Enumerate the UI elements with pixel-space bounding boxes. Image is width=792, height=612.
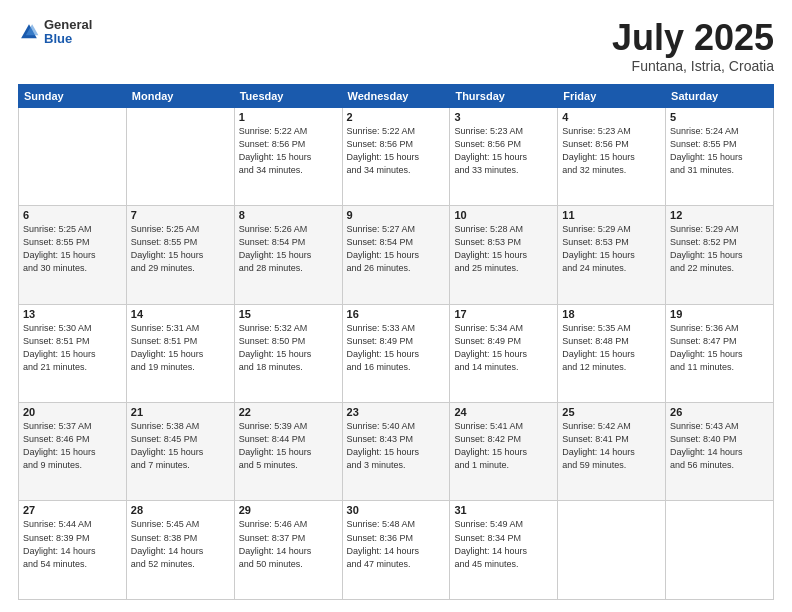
col-monday: Monday <box>126 84 234 107</box>
day-info: Sunrise: 5:29 AMSunset: 8:53 PMDaylight:… <box>562 223 661 275</box>
day-number: 1 <box>239 111 338 123</box>
day-info: Sunrise: 5:35 AMSunset: 8:48 PMDaylight:… <box>562 322 661 374</box>
calendar-cell: 28Sunrise: 5:45 AMSunset: 8:38 PMDayligh… <box>126 501 234 600</box>
day-number: 3 <box>454 111 553 123</box>
calendar-cell: 4Sunrise: 5:23 AMSunset: 8:56 PMDaylight… <box>558 107 666 205</box>
calendar-week-row: 6Sunrise: 5:25 AMSunset: 8:55 PMDaylight… <box>19 206 774 304</box>
calendar-week-row: 13Sunrise: 5:30 AMSunset: 8:51 PMDayligh… <box>19 304 774 402</box>
day-info: Sunrise: 5:36 AMSunset: 8:47 PMDaylight:… <box>670 322 769 374</box>
day-number: 6 <box>23 209 122 221</box>
calendar-table: Sunday Monday Tuesday Wednesday Thursday… <box>18 84 774 600</box>
day-number: 28 <box>131 504 230 516</box>
calendar-week-row: 27Sunrise: 5:44 AMSunset: 8:39 PMDayligh… <box>19 501 774 600</box>
day-number: 19 <box>670 308 769 320</box>
day-info: Sunrise: 5:40 AMSunset: 8:43 PMDaylight:… <box>347 420 446 472</box>
day-info: Sunrise: 5:42 AMSunset: 8:41 PMDaylight:… <box>562 420 661 472</box>
day-info: Sunrise: 5:44 AMSunset: 8:39 PMDaylight:… <box>23 518 122 570</box>
day-info: Sunrise: 5:43 AMSunset: 8:40 PMDaylight:… <box>670 420 769 472</box>
day-number: 15 <box>239 308 338 320</box>
day-info: Sunrise: 5:26 AMSunset: 8:54 PMDaylight:… <box>239 223 338 275</box>
day-info: Sunrise: 5:28 AMSunset: 8:53 PMDaylight:… <box>454 223 553 275</box>
day-number: 21 <box>131 406 230 418</box>
logo-icon <box>18 21 40 43</box>
day-number: 25 <box>562 406 661 418</box>
day-number: 14 <box>131 308 230 320</box>
col-thursday: Thursday <box>450 84 558 107</box>
day-number: 16 <box>347 308 446 320</box>
day-info: Sunrise: 5:49 AMSunset: 8:34 PMDaylight:… <box>454 518 553 570</box>
day-number: 20 <box>23 406 122 418</box>
calendar-cell: 22Sunrise: 5:39 AMSunset: 8:44 PMDayligh… <box>234 403 342 501</box>
col-sunday: Sunday <box>19 84 127 107</box>
day-number: 18 <box>562 308 661 320</box>
day-number: 2 <box>347 111 446 123</box>
calendar-cell: 19Sunrise: 5:36 AMSunset: 8:47 PMDayligh… <box>666 304 774 402</box>
logo-blue-text: Blue <box>44 32 92 46</box>
day-number: 7 <box>131 209 230 221</box>
day-info: Sunrise: 5:23 AMSunset: 8:56 PMDaylight:… <box>454 125 553 177</box>
calendar-header-row: Sunday Monday Tuesday Wednesday Thursday… <box>19 84 774 107</box>
calendar-cell: 21Sunrise: 5:38 AMSunset: 8:45 PMDayligh… <box>126 403 234 501</box>
calendar-cell: 13Sunrise: 5:30 AMSunset: 8:51 PMDayligh… <box>19 304 127 402</box>
calendar-cell: 31Sunrise: 5:49 AMSunset: 8:34 PMDayligh… <box>450 501 558 600</box>
calendar-cell: 1Sunrise: 5:22 AMSunset: 8:56 PMDaylight… <box>234 107 342 205</box>
title-month: July 2025 <box>612 18 774 58</box>
calendar-cell: 25Sunrise: 5:42 AMSunset: 8:41 PMDayligh… <box>558 403 666 501</box>
day-info: Sunrise: 5:23 AMSunset: 8:56 PMDaylight:… <box>562 125 661 177</box>
header: General Blue July 2025 Funtana, Istria, … <box>18 18 774 74</box>
day-info: Sunrise: 5:33 AMSunset: 8:49 PMDaylight:… <box>347 322 446 374</box>
day-number: 22 <box>239 406 338 418</box>
day-number: 8 <box>239 209 338 221</box>
day-info: Sunrise: 5:27 AMSunset: 8:54 PMDaylight:… <box>347 223 446 275</box>
day-number: 13 <box>23 308 122 320</box>
title-block: July 2025 Funtana, Istria, Croatia <box>612 18 774 74</box>
page: General Blue July 2025 Funtana, Istria, … <box>0 0 792 612</box>
day-info: Sunrise: 5:37 AMSunset: 8:46 PMDaylight:… <box>23 420 122 472</box>
day-info: Sunrise: 5:30 AMSunset: 8:51 PMDaylight:… <box>23 322 122 374</box>
logo: General Blue <box>18 18 92 47</box>
calendar-cell <box>19 107 127 205</box>
calendar-cell: 6Sunrise: 5:25 AMSunset: 8:55 PMDaylight… <box>19 206 127 304</box>
day-info: Sunrise: 5:22 AMSunset: 8:56 PMDaylight:… <box>347 125 446 177</box>
day-number: 4 <box>562 111 661 123</box>
calendar-cell: 16Sunrise: 5:33 AMSunset: 8:49 PMDayligh… <box>342 304 450 402</box>
day-number: 27 <box>23 504 122 516</box>
calendar-cell: 20Sunrise: 5:37 AMSunset: 8:46 PMDayligh… <box>19 403 127 501</box>
day-info: Sunrise: 5:22 AMSunset: 8:56 PMDaylight:… <box>239 125 338 177</box>
day-number: 9 <box>347 209 446 221</box>
logo-text: General Blue <box>44 18 92 47</box>
day-info: Sunrise: 5:29 AMSunset: 8:52 PMDaylight:… <box>670 223 769 275</box>
day-number: 29 <box>239 504 338 516</box>
calendar-cell: 17Sunrise: 5:34 AMSunset: 8:49 PMDayligh… <box>450 304 558 402</box>
calendar-week-row: 1Sunrise: 5:22 AMSunset: 8:56 PMDaylight… <box>19 107 774 205</box>
day-number: 31 <box>454 504 553 516</box>
day-info: Sunrise: 5:39 AMSunset: 8:44 PMDaylight:… <box>239 420 338 472</box>
calendar-cell <box>126 107 234 205</box>
calendar-cell: 29Sunrise: 5:46 AMSunset: 8:37 PMDayligh… <box>234 501 342 600</box>
day-info: Sunrise: 5:24 AMSunset: 8:55 PMDaylight:… <box>670 125 769 177</box>
calendar-cell: 3Sunrise: 5:23 AMSunset: 8:56 PMDaylight… <box>450 107 558 205</box>
day-info: Sunrise: 5:32 AMSunset: 8:50 PMDaylight:… <box>239 322 338 374</box>
calendar-cell <box>558 501 666 600</box>
calendar-cell: 26Sunrise: 5:43 AMSunset: 8:40 PMDayligh… <box>666 403 774 501</box>
col-saturday: Saturday <box>666 84 774 107</box>
calendar-cell: 7Sunrise: 5:25 AMSunset: 8:55 PMDaylight… <box>126 206 234 304</box>
day-number: 24 <box>454 406 553 418</box>
day-info: Sunrise: 5:46 AMSunset: 8:37 PMDaylight:… <box>239 518 338 570</box>
col-tuesday: Tuesday <box>234 84 342 107</box>
day-info: Sunrise: 5:25 AMSunset: 8:55 PMDaylight:… <box>131 223 230 275</box>
calendar-cell: 9Sunrise: 5:27 AMSunset: 8:54 PMDaylight… <box>342 206 450 304</box>
calendar-cell: 10Sunrise: 5:28 AMSunset: 8:53 PMDayligh… <box>450 206 558 304</box>
calendar-cell <box>666 501 774 600</box>
day-info: Sunrise: 5:45 AMSunset: 8:38 PMDaylight:… <box>131 518 230 570</box>
calendar-cell: 14Sunrise: 5:31 AMSunset: 8:51 PMDayligh… <box>126 304 234 402</box>
day-info: Sunrise: 5:31 AMSunset: 8:51 PMDaylight:… <box>131 322 230 374</box>
title-location: Funtana, Istria, Croatia <box>612 58 774 74</box>
logo-general-text: General <box>44 18 92 32</box>
calendar-cell: 11Sunrise: 5:29 AMSunset: 8:53 PMDayligh… <box>558 206 666 304</box>
calendar-cell: 18Sunrise: 5:35 AMSunset: 8:48 PMDayligh… <box>558 304 666 402</box>
day-info: Sunrise: 5:41 AMSunset: 8:42 PMDaylight:… <box>454 420 553 472</box>
calendar-cell: 15Sunrise: 5:32 AMSunset: 8:50 PMDayligh… <box>234 304 342 402</box>
calendar-cell: 23Sunrise: 5:40 AMSunset: 8:43 PMDayligh… <box>342 403 450 501</box>
day-number: 11 <box>562 209 661 221</box>
